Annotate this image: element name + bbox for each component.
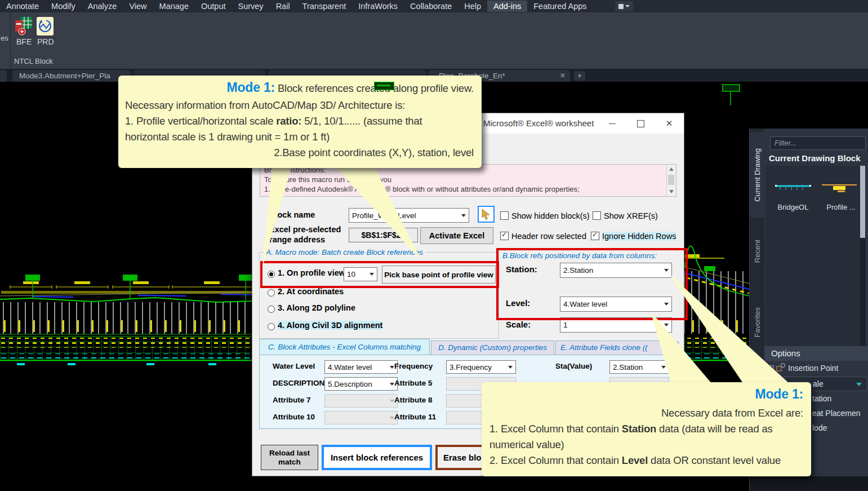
vtab-favorites[interactable]: Favorites	[750, 293, 764, 352]
chevron-down-icon	[370, 273, 374, 276]
menu-annotate[interactable]: Annotate	[0, 1, 45, 12]
show-hidden-blocks-checkbox[interactable]: Show hidden block(s)	[500, 210, 590, 220]
instructions-box[interactable]: Briefly instructions: To ensure this mac…	[260, 164, 676, 197]
attr-combo-sta-value[interactable]: 2.Station	[609, 360, 669, 374]
ignore-hidden-rows-checkbox[interactable]: Ignore Hidden Rows	[591, 231, 676, 241]
block-thumb-bridgeol[interactable]	[774, 171, 812, 196]
tab-attribute-fields-clone[interactable]: E. Attribute Fields clone ((	[555, 340, 666, 355]
radio-at-coordinates-label[interactable]: 2. At coordinates	[278, 287, 344, 296]
range-address-label: Excel pre-selected	[269, 225, 341, 234]
menu-view[interactable]: View	[123, 1, 153, 12]
cad-sign-marker	[374, 82, 394, 90]
radio-at-coordinates[interactable]	[268, 289, 275, 297]
radio-along-2d-polyline[interactable]	[268, 306, 275, 313]
activate-excel-button[interactable]: Activate Excel	[420, 227, 493, 244]
menu-collaborate[interactable]: Collaborate	[404, 1, 458, 12]
vtab-recent[interactable]: Recent	[750, 224, 764, 278]
chevron-down-icon	[661, 366, 666, 369]
tab-scroll-left-button[interactable]	[667, 342, 679, 354]
menu-survey[interactable]: Survey	[232, 1, 269, 12]
menu-add-ins[interactable]: Add-ins	[487, 1, 527, 12]
reload-last-match-button[interactable]: Reload last match	[261, 445, 318, 470]
callout-line: Mode 1: Block references created along p…	[227, 80, 474, 95]
scale-ratio-combo[interactable]: 10	[344, 267, 377, 281]
attr-label: Attribute 10	[273, 413, 315, 421]
insertion-point-checkbox[interactable]	[767, 365, 774, 373]
attr-label: Sta(Value)	[555, 362, 592, 370]
options-section-header[interactable]: Options	[764, 346, 868, 361]
option-insertion-point[interactable]: Insertion Point	[788, 364, 839, 373]
new-tab-button[interactable]: +	[574, 71, 585, 81]
radio-along-civil3d-alignment-label[interactable]: 4. Along Civil 3D alignment	[278, 321, 382, 330]
menu-rail[interactable]: Rail	[270, 1, 296, 12]
vtab-current-drawing[interactable]: Current Drawing	[750, 132, 764, 218]
show-xref-checkbox[interactable]: Show XREF(s)	[593, 210, 658, 220]
header-row-checkbox[interactable]: Header row selected	[500, 231, 586, 241]
range-address-value[interactable]: $B$1:$F$27	[349, 228, 418, 242]
attr-combo-description[interactable]: 5.Description	[324, 377, 398, 391]
pick-base-point-button[interactable]: Pick base point of profile view	[382, 266, 496, 284]
block-name-bridgeol: BridgeOL	[769, 203, 817, 211]
chevron-down-icon	[856, 383, 862, 386]
tab-mode3-abutment[interactable]: Mode3.Abutment+Pier_Pla	[12, 70, 131, 82]
chevron-down-icon	[664, 303, 669, 306]
level-column-combo[interactable]: 4.Water level	[560, 297, 672, 312]
chevron-down-icon	[390, 366, 394, 369]
menu-manage[interactable]: Manage	[153, 1, 195, 12]
insertion-point-icon	[776, 362, 786, 373]
menu-featured-apps[interactable]: Featured Apps	[527, 1, 593, 12]
menu-analyze[interactable]: Analyze	[82, 1, 123, 12]
chevron-down-icon	[390, 417, 394, 419]
block-gallery: BridgeOL Profile ...	[765, 166, 866, 346]
minimize-button[interactable]	[598, 113, 626, 134]
option-explode-fragment[interactable]: lode	[812, 423, 827, 432]
option-repeat-placement-fragment[interactable]: eat Placemen	[812, 409, 861, 418]
option-scale-fragment: ale	[813, 379, 824, 388]
callout-line: Necessary information from AutoCAD/Map 3…	[125, 99, 405, 112]
menu-transparent[interactable]: Transparent	[296, 1, 353, 12]
tab-block-attributes[interactable]: C. Block Attributes - Excel Columns matc…	[259, 339, 430, 355]
callout-mode1-bottom: Mode 1: Necessary data from Excel are: 1…	[482, 382, 811, 476]
attr-label: Frequency	[394, 362, 433, 370]
insert-block-references-button[interactable]: Insert block references	[322, 445, 432, 470]
tab-close-icon[interactable]: ✕	[560, 72, 566, 79]
section-b-title: B.Block refs positioned by data from col…	[502, 251, 657, 260]
maximize-button[interactable]	[626, 113, 655, 134]
bfe-excel-block-icon[interactable]	[15, 17, 32, 36]
close-button[interactable]: ✕	[655, 113, 684, 134]
chevron-down-icon	[390, 383, 394, 386]
callout-heading: Mode 1:	[755, 387, 804, 402]
instructions-scrollbar[interactable]	[666, 165, 676, 196]
callout-line: numerical value)	[489, 439, 564, 451]
tab-fragment[interactable]	[0, 70, 7, 82]
filter-input[interactable]: Filter...	[770, 136, 866, 150]
prd-button-label[interactable]: PRD	[37, 37, 54, 46]
menu-infraworks[interactable]: InfraWorks	[352, 1, 404, 12]
radio-on-profile-view[interactable]	[268, 271, 275, 278]
chevron-down-icon	[664, 324, 669, 326]
menu-overflow-icon[interactable]	[615, 1, 633, 11]
scale-value-combo[interactable]: 1	[560, 317, 672, 333]
option-rotation-fragment[interactable]: tation	[812, 394, 831, 403]
prd-profile-icon[interactable]	[37, 17, 54, 36]
attr-label: Attribute 7	[273, 396, 311, 404]
tab-dynamic-properties[interactable]: D. Dynamic (Custom) properties	[431, 340, 554, 355]
block-thumb-profile[interactable]	[821, 171, 858, 196]
ribbon: es BFE PRD NTCL Block	[0, 12, 868, 69]
radio-on-profile-view-label[interactable]: 1. On profile view	[278, 268, 345, 277]
attr-combo-empty[interactable]	[324, 411, 398, 424]
menu-help[interactable]: Help	[458, 1, 487, 12]
range-address-label2: range address	[269, 235, 325, 244]
bfe-button-label[interactable]: BFE	[16, 37, 32, 46]
attr-combo-water-level[interactable]: 4.Water level	[324, 360, 398, 374]
attr-combo-empty[interactable]	[324, 394, 398, 408]
pick-block-on-screen-button[interactable]	[478, 206, 495, 223]
block-name-combo[interactable]: Profile_WaterLevel	[349, 208, 469, 223]
station-column-combo[interactable]: 2.Station	[560, 263, 672, 278]
attr-combo-frequency[interactable]: 3.Frequency	[446, 360, 516, 374]
menu-output[interactable]: Output	[195, 1, 232, 12]
radio-along-civil3d-alignment[interactable]	[268, 323, 275, 330]
menu-modify[interactable]: Modify	[45, 1, 82, 12]
gallery-scrollbar[interactable]	[860, 166, 865, 346]
radio-along-2d-polyline-label[interactable]: 3. Along 2D polyline	[278, 303, 355, 312]
